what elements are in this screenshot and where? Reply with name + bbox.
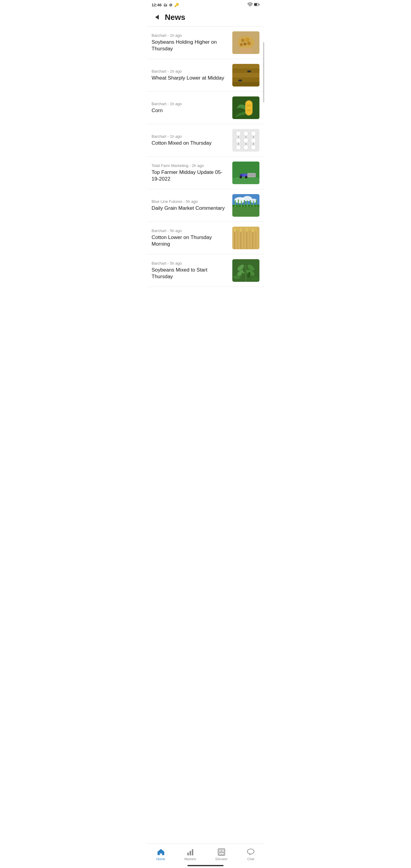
sim-icon: 🗂 — [163, 3, 167, 7]
svg-point-31 — [249, 110, 251, 111]
svg-point-9 — [245, 38, 250, 42]
news-item-7[interactable]: Barchart - 5h ago Cotton Lower on Thursd… — [147, 222, 264, 254]
nav-chat[interactable]: Chat — [241, 847, 261, 862]
key-icon: 🔑 — [174, 3, 179, 7]
svg-point-81 — [233, 227, 236, 232]
news-headline-7: Cotton Lower on Thursday Morning — [152, 234, 229, 247]
elevator-icon — [218, 848, 225, 856]
news-headline-4: Cotton Mixed on Thursday — [152, 140, 229, 147]
svg-rect-102 — [190, 851, 191, 855]
svg-rect-3 — [254, 3, 257, 5]
svg-point-42 — [251, 145, 256, 150]
svg-point-98 — [233, 276, 241, 279]
nav-elevator-label: Elevator — [216, 857, 227, 861]
news-content-6: Blue Line Futures - 5h ago Daily Grain M… — [152, 199, 229, 212]
svg-point-37 — [236, 138, 241, 143]
nav-home[interactable]: Home — [150, 847, 171, 862]
news-content-5: Total Farm Marketing - 2h ago Top Farmer… — [152, 163, 229, 182]
svg-rect-16 — [232, 73, 259, 78]
news-thumbnail-1 — [232, 31, 259, 54]
news-headline-8: Soybeans Mixed to Start Thursday — [152, 267, 229, 280]
news-content-4: Barchart - 1h ago Cotton Mixed on Thursd… — [152, 134, 229, 147]
svg-rect-18 — [232, 82, 259, 87]
news-thumbnail-3 — [232, 96, 259, 119]
news-headline-6: Daily Grain Market Commentary — [152, 205, 229, 212]
svg-rect-14 — [232, 64, 259, 68]
chat-icon — [247, 848, 255, 856]
svg-point-88 — [255, 227, 257, 231]
nav-elevator[interactable]: Elevator — [210, 847, 233, 862]
svg-rect-103 — [192, 849, 193, 855]
svg-point-25 — [249, 102, 251, 104]
back-arrow-icon — [155, 15, 159, 20]
news-item-5[interactable]: Total Farm Marketing - 2h ago Top Farmer… — [147, 157, 264, 189]
news-headline-2: Wheat Sharply Lower at Midday — [152, 75, 229, 82]
svg-point-7 — [238, 36, 254, 49]
avocado-icon: ⊘ — [169, 3, 172, 7]
nav-home-label: Home — [156, 857, 165, 861]
svg-rect-101 — [187, 852, 189, 855]
news-source-6: Blue Line Futures - 5h ago — [152, 199, 229, 204]
news-thumbnail-2 — [232, 64, 259, 87]
svg-point-53 — [240, 176, 242, 179]
news-item-8[interactable]: Barchart - 5h ago Soybeans Mixed to Star… — [147, 254, 264, 287]
svg-rect-105 — [219, 849, 221, 852]
svg-rect-20 — [247, 70, 251, 72]
news-item-6[interactable]: Blue Line Futures - 5h ago Daily Grain M… — [147, 189, 264, 222]
battery-icon — [254, 2, 259, 7]
news-item-1[interactable]: Barchart - 1h ago Soybeans Holding Highe… — [147, 27, 264, 59]
news-item-3[interactable]: Barchart - 1h ago Corn — [147, 92, 264, 124]
home-icon — [157, 848, 165, 856]
status-time: 12:46 — [152, 3, 161, 7]
news-content-1: Barchart - 1h ago Soybeans Holding Highe… — [152, 33, 229, 52]
svg-point-36 — [251, 131, 256, 136]
svg-point-110 — [247, 849, 254, 854]
news-item-2[interactable]: Barchart - 1h ago Wheat Sharply Lower at… — [147, 59, 264, 92]
news-thumbnail-6 — [232, 194, 259, 217]
scroll-indicator — [263, 42, 264, 102]
svg-point-12 — [240, 43, 243, 46]
bottom-nav: Home Markets Elevator — [147, 844, 264, 868]
svg-rect-2 — [258, 4, 259, 5]
nav-markets[interactable]: Markets — [179, 847, 202, 862]
status-right — [247, 2, 259, 7]
nav-chat-label: Chat — [247, 857, 254, 861]
news-source-1: Barchart - 1h ago — [152, 33, 229, 38]
svg-point-99 — [251, 277, 258, 281]
svg-rect-19 — [238, 80, 242, 82]
news-item-4[interactable]: Barchart - 1h ago Cotton Mixed on Thursd… — [147, 124, 264, 157]
page-title: News — [165, 13, 185, 22]
news-thumbnail-7 — [232, 227, 259, 249]
svg-point-10 — [244, 42, 247, 45]
svg-point-27 — [249, 104, 251, 106]
svg-point-54 — [245, 176, 247, 179]
svg-point-85 — [246, 227, 248, 232]
news-headline-3: Corn — [152, 107, 229, 114]
svg-point-11 — [247, 41, 251, 45]
svg-point-40 — [236, 145, 241, 150]
svg-point-24 — [247, 102, 249, 104]
svg-point-87 — [252, 227, 254, 232]
svg-point-32 — [248, 112, 250, 114]
svg-point-38 — [244, 138, 248, 143]
svg-point-0 — [250, 6, 250, 7]
news-source-8: Barchart - 5h ago — [152, 261, 229, 266]
svg-point-29 — [249, 107, 251, 109]
news-headline-1: Soybeans Holding Higher on Thursday — [152, 39, 229, 52]
svg-rect-61 — [232, 206, 259, 217]
news-source-4: Barchart - 1h ago — [152, 134, 229, 138]
markets-icon — [187, 848, 194, 856]
news-thumbnail-8 — [232, 259, 259, 282]
svg-rect-100 — [160, 852, 162, 854]
news-source-5: Total Farm Marketing - 2h ago — [152, 163, 229, 168]
news-headline-5: Top Farmer Midday Update 05-19-2022 — [152, 169, 229, 182]
news-source-2: Barchart - 1h ago — [152, 69, 229, 73]
wifi-icon — [247, 2, 253, 7]
svg-rect-15 — [232, 68, 259, 73]
svg-point-41 — [244, 145, 248, 150]
svg-point-28 — [247, 107, 249, 109]
news-source-7: Barchart - 5h ago — [152, 228, 229, 233]
news-content-2: Barchart - 1h ago Wheat Sharply Lower at… — [152, 69, 229, 82]
svg-point-35 — [244, 131, 248, 136]
back-button[interactable] — [152, 12, 162, 23]
